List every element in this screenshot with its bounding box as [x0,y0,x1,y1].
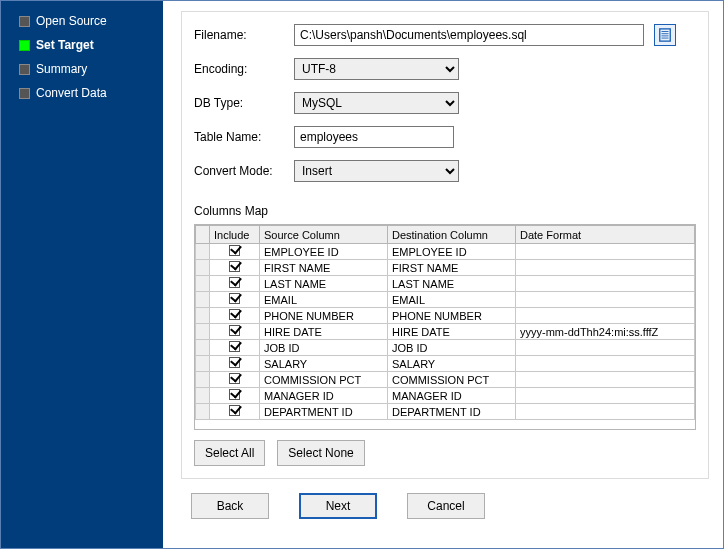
destination-column-cell[interactable]: EMAIL [388,292,516,308]
source-column-cell[interactable]: DEPARTMENT ID [260,404,388,420]
filename-label: Filename: [194,28,294,42]
source-column-cell[interactable]: JOB ID [260,340,388,356]
source-column-cell[interactable]: LAST NAME [260,276,388,292]
include-checkbox[interactable] [229,341,240,352]
sidebar-item-label: Convert Data [36,86,107,100]
include-cell[interactable] [210,324,260,340]
convertmode-label: Convert Mode: [194,164,294,178]
destination-column-cell[interactable]: PHONE NUMBER [388,308,516,324]
table-row[interactable]: FIRST NAMEFIRST NAME [196,260,695,276]
date-format-cell[interactable] [516,356,695,372]
convertmode-select[interactable]: Insert [294,160,459,182]
date-format-cell[interactable] [516,292,695,308]
include-cell[interactable] [210,292,260,308]
include-cell[interactable] [210,372,260,388]
include-checkbox[interactable] [229,261,240,272]
include-checkbox[interactable] [229,357,240,368]
include-cell[interactable] [210,356,260,372]
include-cell[interactable] [210,388,260,404]
source-column-cell[interactable]: COMMISSION PCT [260,372,388,388]
destination-column-cell[interactable]: FIRST NAME [388,260,516,276]
step-box-icon [19,16,30,27]
include-cell[interactable] [210,260,260,276]
encoding-select[interactable]: UTF-8 [294,58,459,80]
date-format-cell[interactable] [516,276,695,292]
include-checkbox[interactable] [229,389,240,400]
sidebar-item-open-source[interactable]: Open Source [1,9,163,33]
source-column-cell[interactable]: EMAIL [260,292,388,308]
sidebar-item-label: Open Source [36,14,107,28]
columns-map-label: Columns Map [194,204,696,218]
destination-column-cell[interactable]: JOB ID [388,340,516,356]
table-row[interactable]: EMPLOYEE IDEMPLOYEE ID [196,244,695,260]
include-cell[interactable] [210,404,260,420]
table-row[interactable]: LAST NAMELAST NAME [196,276,695,292]
row-header [196,244,210,260]
destination-column-cell[interactable]: HIRE DATE [388,324,516,340]
include-cell[interactable] [210,276,260,292]
cancel-button[interactable]: Cancel [407,493,485,519]
include-cell[interactable] [210,244,260,260]
date-format-cell[interactable] [516,388,695,404]
source-column-cell[interactable]: MANAGER ID [260,388,388,404]
date-format-cell[interactable] [516,404,695,420]
browse-file-button[interactable] [654,24,676,46]
sidebar-item-set-target[interactable]: Set Target [1,33,163,57]
table-row[interactable]: EMAILEMAIL [196,292,695,308]
source-column-cell[interactable]: PHONE NUMBER [260,308,388,324]
tablename-label: Table Name: [194,130,294,144]
source-column-cell[interactable]: EMPLOYEE ID [260,244,388,260]
grid-header-include[interactable]: Include [210,226,260,244]
include-cell[interactable] [210,340,260,356]
table-row[interactable]: COMMISSION PCTCOMMISSION PCT [196,372,695,388]
date-format-cell[interactable] [516,340,695,356]
next-button[interactable]: Next [299,493,377,519]
date-format-cell[interactable] [516,260,695,276]
table-row[interactable]: SALARYSALARY [196,356,695,372]
table-row[interactable]: JOB IDJOB ID [196,340,695,356]
encoding-label: Encoding: [194,62,294,76]
source-column-cell[interactable]: SALARY [260,356,388,372]
destination-column-cell[interactable]: LAST NAME [388,276,516,292]
table-row[interactable]: HIRE DATEHIRE DATEyyyy-mm-ddThh24:mi:ss.… [196,324,695,340]
source-column-cell[interactable]: HIRE DATE [260,324,388,340]
date-format-cell[interactable] [516,308,695,324]
row-header [196,260,210,276]
select-none-button[interactable]: Select None [277,440,364,466]
grid-header-dateformat[interactable]: Date Format [516,226,695,244]
sidebar-item-summary[interactable]: Summary [1,57,163,81]
destination-column-cell[interactable]: COMMISSION PCT [388,372,516,388]
table-row[interactable]: DEPARTMENT IDDEPARTMENT ID [196,404,695,420]
filename-input[interactable] [294,24,644,46]
include-checkbox[interactable] [229,325,240,336]
destination-column-cell[interactable]: SALARY [388,356,516,372]
tablename-input[interactable] [294,126,454,148]
include-checkbox[interactable] [229,293,240,304]
table-row[interactable]: MANAGER IDMANAGER ID [196,388,695,404]
include-cell[interactable] [210,308,260,324]
dbtype-select[interactable]: MySQL [294,92,459,114]
grid-header-destination[interactable]: Destination Column [388,226,516,244]
date-format-cell[interactable] [516,244,695,260]
destination-column-cell[interactable]: EMPLOYEE ID [388,244,516,260]
include-checkbox[interactable] [229,309,240,320]
destination-column-cell[interactable]: MANAGER ID [388,388,516,404]
step-box-icon [19,64,30,75]
source-column-cell[interactable]: FIRST NAME [260,260,388,276]
columns-map-grid[interactable]: Include Source Column Destination Column… [194,224,696,430]
include-checkbox[interactable] [229,245,240,256]
destination-column-cell[interactable]: DEPARTMENT ID [388,404,516,420]
date-format-cell[interactable]: yyyy-mm-ddThh24:mi:ss.fffZ [516,324,695,340]
document-icon [658,28,672,42]
include-checkbox[interactable] [229,277,240,288]
select-all-button[interactable]: Select All [194,440,265,466]
row-header [196,340,210,356]
table-row[interactable]: PHONE NUMBERPHONE NUMBER [196,308,695,324]
sidebar-item-label: Set Target [36,38,94,52]
date-format-cell[interactable] [516,372,695,388]
back-button[interactable]: Back [191,493,269,519]
grid-header-source[interactable]: Source Column [260,226,388,244]
include-checkbox[interactable] [229,405,240,416]
sidebar-item-convert-data[interactable]: Convert Data [1,81,163,105]
include-checkbox[interactable] [229,373,240,384]
